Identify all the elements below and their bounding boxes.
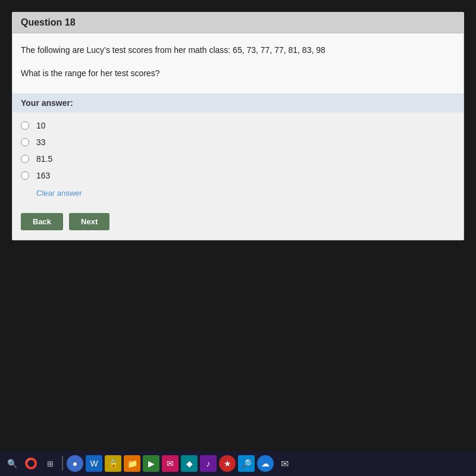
taskbar: 🔍 ⭕ ⊞ ● W 🔒 📁 ▶ ✉ ◆ ♪ ★ 🔎 ☁ ✉ — [0, 451, 476, 476]
your-answer-label: Your answer: — [21, 98, 73, 108]
question-body: The following are Lucy’s test scores fro… — [12, 33, 464, 93]
buttons-row: Back Next — [12, 207, 464, 240]
file-icon[interactable]: 📁 — [124, 455, 140, 472]
task-view-icon[interactable]: ⊞ — [42, 455, 58, 472]
word-icon[interactable]: W — [86, 455, 102, 472]
app-purple-icon[interactable]: ♪ — [200, 455, 217, 472]
chrome-icon[interactable]: ● — [67, 455, 83, 472]
cloud-icon[interactable]: ☁ — [257, 455, 274, 472]
back-button[interactable]: Back — [21, 213, 63, 230]
radio-163[interactable] — [21, 171, 29, 180]
option-163[interactable]: 163 — [21, 171, 455, 180]
option-163-label: 163 — [36, 171, 50, 180]
question-text: The following are Lucy’s test scores fro… — [21, 44, 455, 57]
next-button[interactable]: Next — [69, 213, 109, 230]
search-icon[interactable]: 🔍 — [4, 455, 20, 472]
option-33-label: 33 — [36, 137, 46, 147]
app-green-icon[interactable]: ▶ — [143, 455, 159, 472]
start-circle-icon[interactable]: ⭕ — [23, 455, 39, 472]
app-red-icon[interactable]: ★ — [219, 455, 236, 472]
option-10[interactable]: 10 — [21, 121, 455, 130]
question-header: Question 18 — [12, 12, 464, 33]
sub-question-text: What is the range for her test scores? — [21, 68, 455, 78]
radio-33[interactable] — [21, 138, 29, 146]
option-81.5[interactable]: 81.5 — [21, 154, 455, 164]
option-33[interactable]: 33 — [21, 137, 455, 147]
lock-icon[interactable]: 🔒 — [105, 455, 121, 472]
radio-10[interactable] — [21, 121, 29, 130]
clear-answer-link[interactable]: Clear answer — [36, 189, 82, 198]
question-title: Question 18 — [21, 17, 76, 27]
options-area: 10 33 81.5 163 Clear answer — [12, 121, 464, 207]
radio-81.5[interactable] — [21, 155, 29, 163]
quiz-screen: Question 18 The following are Lucy’s tes… — [12, 12, 464, 240]
mail-icon[interactable]: ✉ — [162, 455, 178, 472]
option-81.5-label: 81.5 — [36, 154, 52, 164]
app-skyblue-icon[interactable]: 🔎 — [238, 455, 255, 472]
taskbar-divider — [62, 456, 63, 471]
option-10-label: 10 — [36, 121, 46, 130]
envelope-icon[interactable]: ✉ — [276, 455, 293, 472]
app-teal-icon[interactable]: ◆ — [181, 455, 198, 472]
your-answer-bar: Your answer: — [12, 93, 464, 112]
